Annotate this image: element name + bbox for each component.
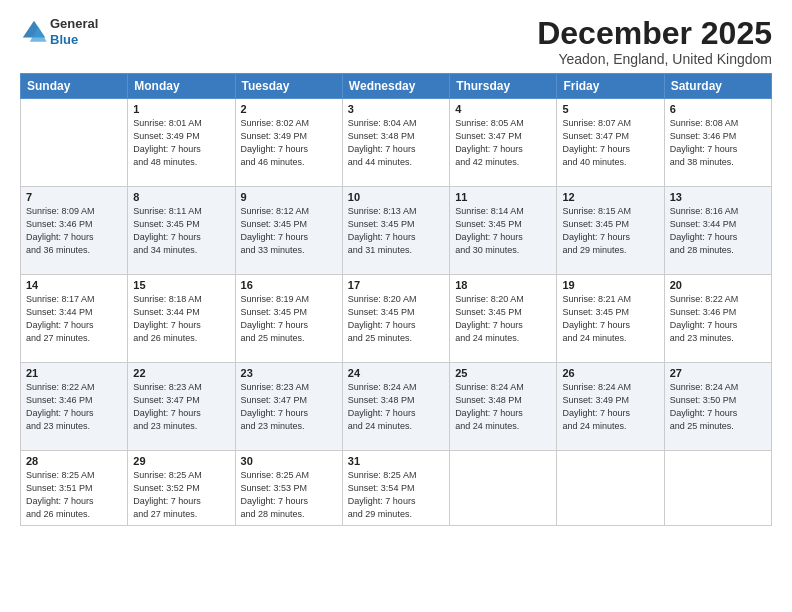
calendar-cell (664, 451, 771, 526)
day-info: Sunrise: 8:13 AMSunset: 3:45 PMDaylight:… (348, 205, 444, 257)
col-header-tuesday: Tuesday (235, 74, 342, 99)
day-number: 14 (26, 279, 122, 291)
day-number: 30 (241, 455, 337, 467)
logo-text: General Blue (50, 16, 98, 47)
day-number: 11 (455, 191, 551, 203)
day-number: 8 (133, 191, 229, 203)
day-number: 5 (562, 103, 658, 115)
day-info: Sunrise: 8:22 AMSunset: 3:46 PMDaylight:… (670, 293, 766, 345)
calendar-cell (450, 451, 557, 526)
logo-blue: Blue (50, 32, 98, 48)
day-number: 26 (562, 367, 658, 379)
calendar-cell: 15Sunrise: 8:18 AMSunset: 3:44 PMDayligh… (128, 275, 235, 363)
day-info: Sunrise: 8:20 AMSunset: 3:45 PMDaylight:… (455, 293, 551, 345)
day-number: 31 (348, 455, 444, 467)
calendar-cell: 22Sunrise: 8:23 AMSunset: 3:47 PMDayligh… (128, 363, 235, 451)
month-title: December 2025 (537, 16, 772, 51)
col-header-sunday: Sunday (21, 74, 128, 99)
calendar-cell: 26Sunrise: 8:24 AMSunset: 3:49 PMDayligh… (557, 363, 664, 451)
col-header-wednesday: Wednesday (342, 74, 449, 99)
day-info: Sunrise: 8:24 AMSunset: 3:48 PMDaylight:… (455, 381, 551, 433)
col-header-saturday: Saturday (664, 74, 771, 99)
day-number: 21 (26, 367, 122, 379)
day-number: 27 (670, 367, 766, 379)
calendar-cell: 17Sunrise: 8:20 AMSunset: 3:45 PMDayligh… (342, 275, 449, 363)
day-info: Sunrise: 8:14 AMSunset: 3:45 PMDaylight:… (455, 205, 551, 257)
title-block: December 2025 Yeadon, England, United Ki… (537, 16, 772, 67)
calendar-cell: 4Sunrise: 8:05 AMSunset: 3:47 PMDaylight… (450, 99, 557, 187)
day-info: Sunrise: 8:24 AMSunset: 3:50 PMDaylight:… (670, 381, 766, 433)
day-info: Sunrise: 8:19 AMSunset: 3:45 PMDaylight:… (241, 293, 337, 345)
day-info: Sunrise: 8:25 AMSunset: 3:53 PMDaylight:… (241, 469, 337, 521)
day-number: 19 (562, 279, 658, 291)
calendar-cell (21, 99, 128, 187)
calendar-cell: 23Sunrise: 8:23 AMSunset: 3:47 PMDayligh… (235, 363, 342, 451)
calendar-cell: 24Sunrise: 8:24 AMSunset: 3:48 PMDayligh… (342, 363, 449, 451)
day-number: 22 (133, 367, 229, 379)
day-info: Sunrise: 8:12 AMSunset: 3:45 PMDaylight:… (241, 205, 337, 257)
calendar-week-1: 1Sunrise: 8:01 AMSunset: 3:49 PMDaylight… (21, 99, 772, 187)
calendar-cell: 12Sunrise: 8:15 AMSunset: 3:45 PMDayligh… (557, 187, 664, 275)
day-number: 1 (133, 103, 229, 115)
calendar-cell: 14Sunrise: 8:17 AMSunset: 3:44 PMDayligh… (21, 275, 128, 363)
calendar-cell: 1Sunrise: 8:01 AMSunset: 3:49 PMDaylight… (128, 99, 235, 187)
calendar-week-4: 21Sunrise: 8:22 AMSunset: 3:46 PMDayligh… (21, 363, 772, 451)
calendar-cell: 18Sunrise: 8:20 AMSunset: 3:45 PMDayligh… (450, 275, 557, 363)
page-container: General Blue December 2025 Yeadon, Engla… (0, 0, 792, 612)
day-info: Sunrise: 8:07 AMSunset: 3:47 PMDaylight:… (562, 117, 658, 169)
day-info: Sunrise: 8:16 AMSunset: 3:44 PMDaylight:… (670, 205, 766, 257)
calendar-cell: 13Sunrise: 8:16 AMSunset: 3:44 PMDayligh… (664, 187, 771, 275)
day-number: 25 (455, 367, 551, 379)
calendar-week-5: 28Sunrise: 8:25 AMSunset: 3:51 PMDayligh… (21, 451, 772, 526)
day-number: 9 (241, 191, 337, 203)
calendar-table: SundayMondayTuesdayWednesdayThursdayFrid… (20, 73, 772, 526)
calendar-week-2: 7Sunrise: 8:09 AMSunset: 3:46 PMDaylight… (21, 187, 772, 275)
calendar-cell: 19Sunrise: 8:21 AMSunset: 3:45 PMDayligh… (557, 275, 664, 363)
calendar-cell: 9Sunrise: 8:12 AMSunset: 3:45 PMDaylight… (235, 187, 342, 275)
calendar-cell: 7Sunrise: 8:09 AMSunset: 3:46 PMDaylight… (21, 187, 128, 275)
calendar-cell: 3Sunrise: 8:04 AMSunset: 3:48 PMDaylight… (342, 99, 449, 187)
col-header-friday: Friday (557, 74, 664, 99)
day-info: Sunrise: 8:22 AMSunset: 3:46 PMDaylight:… (26, 381, 122, 433)
calendar-cell: 2Sunrise: 8:02 AMSunset: 3:49 PMDaylight… (235, 99, 342, 187)
calendar-cell: 16Sunrise: 8:19 AMSunset: 3:45 PMDayligh… (235, 275, 342, 363)
day-number: 13 (670, 191, 766, 203)
day-number: 29 (133, 455, 229, 467)
header: General Blue December 2025 Yeadon, Engla… (20, 16, 772, 67)
calendar-header-row: SundayMondayTuesdayWednesdayThursdayFrid… (21, 74, 772, 99)
day-number: 4 (455, 103, 551, 115)
day-info: Sunrise: 8:18 AMSunset: 3:44 PMDaylight:… (133, 293, 229, 345)
day-number: 16 (241, 279, 337, 291)
day-info: Sunrise: 8:09 AMSunset: 3:46 PMDaylight:… (26, 205, 122, 257)
calendar-cell: 6Sunrise: 8:08 AMSunset: 3:46 PMDaylight… (664, 99, 771, 187)
day-number: 23 (241, 367, 337, 379)
calendar-cell: 27Sunrise: 8:24 AMSunset: 3:50 PMDayligh… (664, 363, 771, 451)
day-info: Sunrise: 8:21 AMSunset: 3:45 PMDaylight:… (562, 293, 658, 345)
day-number: 17 (348, 279, 444, 291)
day-number: 20 (670, 279, 766, 291)
day-info: Sunrise: 8:24 AMSunset: 3:49 PMDaylight:… (562, 381, 658, 433)
calendar-cell: 21Sunrise: 8:22 AMSunset: 3:46 PMDayligh… (21, 363, 128, 451)
day-number: 28 (26, 455, 122, 467)
col-header-monday: Monday (128, 74, 235, 99)
day-info: Sunrise: 8:23 AMSunset: 3:47 PMDaylight:… (133, 381, 229, 433)
day-number: 7 (26, 191, 122, 203)
day-info: Sunrise: 8:11 AMSunset: 3:45 PMDaylight:… (133, 205, 229, 257)
day-number: 2 (241, 103, 337, 115)
day-info: Sunrise: 8:25 AMSunset: 3:52 PMDaylight:… (133, 469, 229, 521)
day-info: Sunrise: 8:04 AMSunset: 3:48 PMDaylight:… (348, 117, 444, 169)
logo: General Blue (20, 16, 98, 47)
day-number: 12 (562, 191, 658, 203)
calendar-cell: 31Sunrise: 8:25 AMSunset: 3:54 PMDayligh… (342, 451, 449, 526)
day-number: 3 (348, 103, 444, 115)
day-number: 15 (133, 279, 229, 291)
calendar-cell: 11Sunrise: 8:14 AMSunset: 3:45 PMDayligh… (450, 187, 557, 275)
day-number: 24 (348, 367, 444, 379)
day-number: 18 (455, 279, 551, 291)
day-info: Sunrise: 8:15 AMSunset: 3:45 PMDaylight:… (562, 205, 658, 257)
calendar-cell: 25Sunrise: 8:24 AMSunset: 3:48 PMDayligh… (450, 363, 557, 451)
calendar-week-3: 14Sunrise: 8:17 AMSunset: 3:44 PMDayligh… (21, 275, 772, 363)
logo-general: General (50, 16, 98, 32)
location: Yeadon, England, United Kingdom (537, 51, 772, 67)
logo-icon (20, 18, 48, 46)
